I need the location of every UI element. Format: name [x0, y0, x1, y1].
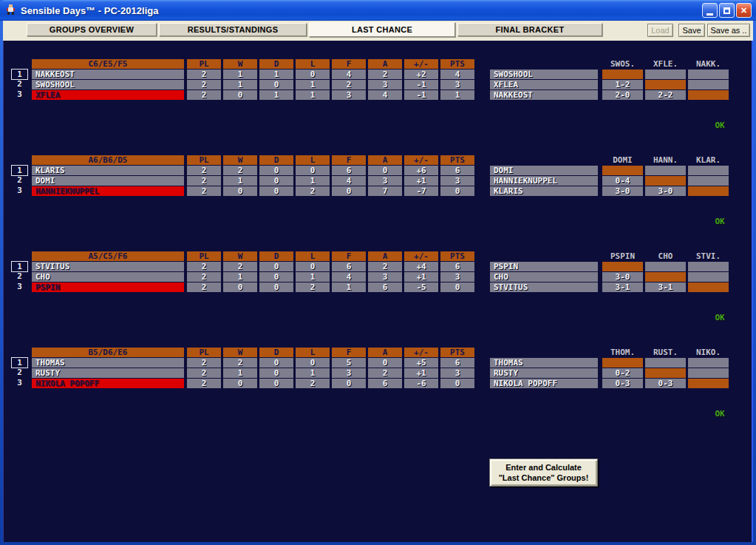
cross-score-cell[interactable]: 3-0: [602, 186, 643, 196]
stat-cell: 1: [296, 368, 330, 378]
cross-empty-cell[interactable]: [645, 358, 686, 368]
team-name-cell[interactable]: STVITUS: [32, 262, 184, 271]
stat-cell: 6: [368, 379, 402, 388]
stat-cell: 2: [187, 358, 221, 368]
tab-results-standings[interactable]: RESULTS/STANDINGS: [159, 23, 307, 36]
save-button[interactable]: Save: [678, 24, 705, 37]
cross-score-cell[interactable]: 0-4: [602, 176, 643, 186]
stat-cell: 2: [296, 282, 330, 292]
team-name-cell[interactable]: PSPIN: [32, 282, 184, 292]
cross-score-cell[interactable]: 3-1: [602, 282, 643, 292]
maximize-button[interactable]: [719, 3, 735, 18]
stat-cell: 3: [440, 368, 474, 378]
cross-col-header: NAKK.: [688, 59, 729, 69]
tab-strip: GROUPS OVERVIEW RESULTS/STANDINGS LAST C…: [3, 21, 753, 41]
tab-groups-overview[interactable]: GROUPS OVERVIEW: [27, 23, 157, 36]
cross-team-name-cell: KLARIS: [490, 186, 598, 196]
col-header-W: W: [223, 59, 257, 69]
cross-score-cell[interactable]: 0-2: [602, 368, 643, 378]
stat-cell: 3: [368, 80, 402, 89]
stat-cell: 0: [368, 358, 402, 368]
col-header-A: A: [368, 251, 402, 261]
team-name-cell[interactable]: SWOSHOOL: [32, 80, 184, 89]
cross-diagonal-cell: [688, 282, 729, 292]
cross-empty-cell[interactable]: [688, 70, 729, 79]
cross-empty-cell[interactable]: [688, 358, 729, 368]
minimize-button[interactable]: [702, 3, 718, 18]
window-controls: ✕: [702, 3, 752, 18]
cross-empty-cell[interactable]: [645, 166, 686, 175]
cross-col-header: XFLE.: [645, 59, 686, 69]
stat-cell: 1: [440, 90, 474, 100]
cross-diagonal-cell: [688, 379, 729, 388]
stat-cell: 1: [296, 80, 330, 89]
maximize-icon: [723, 7, 730, 14]
stat-cell: 4: [440, 70, 474, 79]
stat-cell: 2: [223, 358, 257, 368]
stat-cell: 0: [368, 166, 402, 175]
cross-empty-cell[interactable]: [688, 80, 729, 89]
stat-cell: 4: [332, 176, 366, 186]
cross-score-cell[interactable]: 0-3: [602, 379, 643, 388]
calc-button-line2: "Last Chance" Groups!: [499, 473, 589, 483]
cross-score-cell[interactable]: 3-0: [602, 272, 643, 282]
cross-diagonal-cell: [645, 80, 686, 89]
cross-col-header: KLAR.: [688, 155, 729, 165]
col-header-D: D: [259, 155, 293, 165]
stat-cell: 1: [332, 282, 366, 292]
load-button[interactable]: Load: [647, 24, 673, 37]
cross-col-header: DOMI: [602, 155, 643, 165]
cross-score-cell[interactable]: 2-0: [602, 90, 643, 100]
cross-team-name-cell: STVITUS: [490, 282, 598, 292]
stat-cell: 0: [296, 70, 330, 79]
col-header-F: F: [332, 251, 366, 261]
cross-empty-cell[interactable]: [688, 272, 729, 282]
cross-score-cell[interactable]: 3-0: [645, 186, 686, 196]
save-as-button[interactable]: Save as ..: [707, 24, 750, 37]
team-name-cell[interactable]: XFLEA: [32, 90, 184, 100]
col-header-F: F: [332, 348, 366, 357]
team-name-cell[interactable]: RUSTY: [32, 368, 184, 378]
position-cell: 1: [11, 261, 28, 272]
stat-cell: +5: [404, 358, 438, 368]
team-name-cell[interactable]: CHO: [32, 272, 184, 282]
team-name-cell[interactable]: NIKOLA POPOFF: [32, 379, 184, 388]
col-header-D: D: [259, 59, 293, 69]
stat-cell: 0: [296, 166, 330, 175]
cross-score-cell[interactable]: 3-1: [645, 282, 686, 292]
stat-cell: -7: [404, 186, 438, 196]
close-button[interactable]: ✕: [736, 3, 752, 18]
team-name-cell[interactable]: NAKKEOST: [32, 70, 184, 79]
col-header-: +/-: [404, 155, 438, 165]
stat-cell: 4: [332, 272, 366, 282]
cross-empty-cell[interactable]: [645, 70, 686, 79]
cross-score-cell[interactable]: 2-2: [645, 90, 686, 100]
stat-cell: 2: [187, 379, 221, 388]
cross-empty-cell[interactable]: [688, 262, 729, 271]
cross-empty-cell[interactable]: [688, 166, 729, 175]
team-name-cell[interactable]: KLARIS: [32, 166, 184, 175]
team-name-cell[interactable]: THOMAS: [32, 358, 184, 368]
cross-col-header: HANN.: [645, 155, 686, 165]
group-section-1: A6/B6/D5PLWDLFA+/-PTS1KLARIS220060+662DO…: [3, 155, 753, 197]
stat-cell: 2: [187, 80, 221, 89]
team-name-cell[interactable]: DOMI: [32, 176, 184, 186]
stat-cell: 1: [259, 70, 293, 79]
cross-diagonal-cell: [602, 262, 643, 271]
tab-last-chance[interactable]: LAST CHANCE: [309, 22, 455, 37]
stat-cell: 6: [440, 166, 474, 175]
calc-last-chance-button[interactable]: Enter and Calculate "Last Chance" Groups…: [489, 458, 598, 487]
stat-cell: 0: [440, 379, 474, 388]
cross-diagonal-cell: [645, 368, 686, 378]
cross-score-cell[interactable]: 0-3: [645, 379, 686, 388]
tab-final-bracket[interactable]: FINAL BRACKET: [457, 23, 602, 36]
stat-cell: 0: [296, 262, 330, 271]
cross-score-cell[interactable]: 1-2: [602, 80, 643, 89]
stat-cell: +2: [404, 70, 438, 79]
team-name-cell[interactable]: HANNIEKNUPPEL: [32, 186, 184, 196]
cross-empty-cell[interactable]: [688, 368, 729, 378]
close-icon: ✕: [740, 6, 747, 16]
position-cell: 3: [11, 89, 28, 101]
cross-empty-cell[interactable]: [645, 262, 686, 271]
cross-empty-cell[interactable]: [688, 176, 729, 186]
